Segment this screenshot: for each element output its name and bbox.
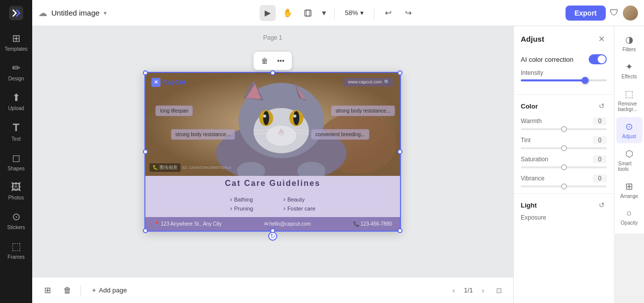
upload-icon: ⬆ [12, 91, 21, 104]
light-section-header: Light ↺ [514, 196, 614, 212]
handle-top-middle[interactable] [270, 70, 275, 75]
prev-page-button[interactable]: ‹ [448, 284, 460, 296]
document-title: Untitled image [51, 9, 100, 17]
icon-sidebar-effects[interactable]: ✦ Effects [616, 57, 642, 83]
fullscreen-button[interactable]: ⊡ [493, 284, 505, 296]
adjust-panel: Adjust ✕ AI color correction Intensity C… [513, 26, 614, 303]
canvas-delete-button[interactable]: 🗑 [258, 54, 272, 68]
page-counter: 1/1 [464, 286, 473, 294]
canvas-container: 🗑 ••• [144, 72, 401, 232]
app-logo[interactable] [7, 4, 25, 22]
search-icon: 🔍 [384, 79, 390, 85]
icon-sidebar-smart-tools[interactable]: ⬡ Smart tools [616, 144, 642, 176]
handle-bottom-middle[interactable] [270, 228, 275, 233]
adjust-icon: ⊙ [625, 121, 633, 132]
canvas-more-button[interactable]: ••• [274, 54, 288, 68]
saturation-thumb[interactable] [561, 164, 567, 170]
frame-tool-button[interactable] [300, 5, 316, 21]
toolbar-separator [334, 7, 335, 19]
add-page-button[interactable]: + Add page [87, 283, 132, 297]
icon-sidebar-filters[interactable]: ◑ Filters [616, 30, 642, 56]
adjust-panel-close-button[interactable]: ✕ [596, 33, 607, 44]
handle-middle-right[interactable] [397, 149, 403, 154]
sidebar-item-templates[interactable]: ⊞ Templates [2, 28, 30, 56]
card-title: Cat Care Guidelines [225, 179, 320, 187]
footer-email: ✉ hello@capcut.com [264, 221, 311, 227]
tint-value: 0 [593, 136, 607, 144]
redo-button[interactable]: ↪ [400, 5, 417, 21]
sidebar-item-upload[interactable]: ⬆ Upload [2, 87, 30, 115]
sidebar-item-photos[interactable]: 🖼 Photos [2, 177, 30, 205]
warmth-thumb[interactable] [561, 126, 567, 132]
frame-chevron-button[interactable]: ▾ [320, 5, 328, 21]
sidebar-item-frames[interactable]: ⬚ Frames [2, 236, 30, 264]
saturation-slider[interactable] [521, 166, 607, 168]
icon-sidebar-arrange[interactable]: ⊞ Arrange [616, 177, 642, 203]
cat-illustration [145, 73, 400, 176]
effects-label: Effects [621, 74, 636, 79]
arrange-label: Arrange [620, 193, 638, 199]
warmth-slider[interactable] [521, 128, 607, 130]
select-tool-button[interactable]: ▶ [260, 5, 276, 21]
vibrance-label: Vibrance [521, 175, 544, 182]
tint-slider[interactable] [521, 147, 607, 149]
url-text: www.capcut.com [348, 79, 382, 84]
svg-point-17 [293, 115, 296, 118]
saturation-value: 0 [593, 155, 607, 163]
saturation-label: Saturation [521, 156, 548, 163]
delete-page-button[interactable]: 🗑 [60, 283, 74, 297]
light-reset-button[interactable]: ↺ [597, 200, 607, 210]
zoom-control[interactable]: 58% ▾ [341, 7, 367, 19]
intensity-thumb[interactable] [582, 77, 589, 84]
sidebar-item-text[interactable]: T Text [2, 117, 30, 146]
intensity-slider[interactable] [521, 79, 607, 81]
tint-thumb[interactable] [561, 145, 567, 151]
document-icon: ☁ [38, 8, 47, 19]
color-reset-button[interactable]: ↺ [597, 101, 607, 111]
icon-sidebar-opacity[interactable]: ○ Opacity [616, 204, 642, 230]
user-avatar[interactable] [623, 6, 638, 21]
exposure-label: Exposure [514, 212, 614, 223]
shapes-icon: ◻ [12, 152, 21, 164]
service-col-left: Bathing Pruning [230, 196, 253, 212]
svg-rect-1 [305, 10, 311, 16]
handle-bottom-left[interactable] [143, 228, 148, 233]
title-chevron-icon[interactable]: ▾ [104, 10, 107, 17]
left-sidebar: ⊞ Templates ✏ Design ⬆ Upload T Text ◻ S… [0, 0, 32, 303]
remove-bg-label: Remove backgr... [618, 101, 640, 112]
vibrance-thumb[interactable] [561, 183, 567, 189]
handle-top-right[interactable] [397, 70, 403, 75]
handle-top-left[interactable] [143, 70, 148, 75]
icon-sidebar-adjust[interactable]: ⊙ Adjust [616, 117, 642, 143]
icon-sidebar-remove-bg[interactable]: ⬚ Remove backgr... [616, 84, 642, 116]
ai-color-toggle[interactable] [589, 54, 607, 64]
tint-label: Tint [521, 137, 531, 144]
hand-tool-button[interactable]: ✋ [280, 5, 296, 21]
undo-button[interactable]: ↩ [380, 5, 396, 21]
add-page-label: Add page [99, 286, 127, 294]
sidebar-item-shapes[interactable]: ◻ Shapes [2, 148, 30, 175]
intensity-fill [521, 79, 585, 81]
sidebar-item-design[interactable]: ✏ Design [2, 58, 30, 85]
filters-label: Filters [622, 47, 636, 52]
frames-icon: ⬚ [12, 240, 21, 252]
canvas-card[interactable]: ✕ CapCut www.capcut.com 🔍 long lifespan … [144, 72, 401, 232]
svg-point-14 [263, 111, 269, 125]
vibrance-slider[interactable] [521, 185, 607, 187]
handle-bottom-right[interactable] [397, 228, 403, 233]
main-canvas-area: Page 1 🗑 ••• [32, 26, 513, 277]
sidebar-item-stickers[interactable]: ⊙ Stickers [2, 207, 30, 234]
adjust-panel-header: Adjust ✕ [514, 26, 614, 49]
canvas-logo: ✕ CapCut [151, 78, 186, 87]
top-bar-right: Export 🛡 [417, 6, 638, 21]
svg-point-23 [266, 126, 296, 146]
add-page-icon-button[interactable]: ⊞ [40, 283, 54, 297]
service-bathing: Bathing [230, 196, 253, 203]
handle-middle-left[interactable] [143, 149, 148, 154]
sidebar-label-shapes: Shapes [8, 166, 25, 171]
next-page-button[interactable]: › [477, 284, 489, 296]
export-button[interactable]: Export [566, 6, 606, 21]
arrange-icon: ⊞ [625, 181, 633, 192]
shield-icon[interactable]: 🛡 [610, 8, 619, 18]
zoom-value: 58% [345, 9, 358, 17]
